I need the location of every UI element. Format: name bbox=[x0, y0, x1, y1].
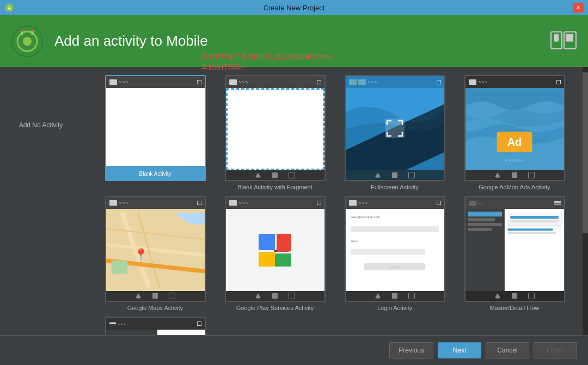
detail-card bbox=[507, 213, 561, 225]
phone-body-admob: Ad ∿∿∿∿∿∿ bbox=[465, 88, 564, 170]
activity-card-fullscreen[interactable]: ∿∿∿ bbox=[345, 75, 445, 181]
ad-badge: Ad bbox=[497, 132, 532, 152]
status-sq-fs bbox=[349, 79, 357, 85]
login-btn-container: ∿∿∿∿∿ bbox=[351, 263, 439, 270]
status-sq-frag bbox=[229, 79, 237, 85]
phone-body-fullscreen bbox=[346, 88, 444, 170]
activity-card-fragment[interactable]: ∿∿∿ bbox=[225, 75, 326, 181]
layout-icon[interactable] bbox=[550, 30, 577, 52]
activity-item-fullscreen[interactable]: ∿∿∿ bbox=[338, 75, 452, 190]
phone-status-bar-md: ∿∿ bbox=[465, 197, 564, 209]
status-sq-maps bbox=[109, 200, 117, 206]
scrollbar-rail[interactable] bbox=[583, 67, 588, 335]
master-pane bbox=[465, 209, 505, 291]
phone-status-bar: ∿∿∿ bbox=[106, 76, 205, 88]
play-activity-name: Google Play Services Activity bbox=[236, 305, 314, 311]
phone-mockup-login: ∿∿∿ user@example.com •••••• ∿∿∿∿∿ bbox=[346, 197, 444, 301]
expand-icon bbox=[385, 119, 405, 140]
status-sq-login bbox=[349, 200, 357, 206]
activity-card-blank[interactable]: ∿∿∿ Blank Activity bbox=[105, 75, 206, 181]
phone-status-bar-play: ∿∿∿ bbox=[226, 197, 324, 209]
status-sq-admob bbox=[469, 79, 476, 85]
layout-toggle-icon bbox=[550, 30, 577, 50]
activity-grid-area[interactable]: ∿∿∿ Blank Activity bbox=[98, 67, 583, 335]
nav-home-frag bbox=[272, 172, 278, 178]
phone-body-maps: 📍 bbox=[106, 209, 205, 291]
close-button[interactable]: × bbox=[573, 3, 584, 13]
finish-button[interactable]: Finish bbox=[534, 342, 577, 358]
phone-body-play bbox=[226, 209, 324, 291]
activity-item-navdrawer[interactable]: ∿∿∿ bbox=[98, 317, 212, 335]
nav-rec-md bbox=[528, 293, 535, 299]
phone-body-fragment bbox=[226, 88, 324, 170]
status-circle-admob bbox=[556, 80, 561, 84]
phone-status-bar-maps: ∿∿∿ bbox=[106, 197, 205, 209]
play-logo-svg bbox=[256, 231, 294, 269]
phone-status-bar-nd: ∿∿∿ bbox=[106, 318, 205, 330]
phone-nav-md bbox=[465, 291, 564, 301]
hamburger-nd bbox=[109, 321, 116, 326]
master-squiggle-1 bbox=[468, 218, 495, 221]
svg-point-7 bbox=[21, 29, 23, 32]
activity-card-masterdetail[interactable]: ∿∿ bbox=[464, 196, 565, 302]
nav-home-maps bbox=[152, 293, 158, 299]
master-item-1 bbox=[468, 212, 502, 216]
phone-mockup-masterdetail: ∿∿ bbox=[465, 197, 564, 301]
left-sidebar: Add No Activity bbox=[0, 67, 98, 335]
login-activity-name: Login Activity bbox=[377, 305, 412, 311]
admob-squiggly: ∿∿∿∿∿∿ bbox=[497, 154, 532, 164]
title-bar-left: A bbox=[4, 3, 14, 13]
activity-card-maps[interactable]: ∿∿∿ bbox=[105, 196, 206, 302]
status-menu-maps bbox=[197, 201, 201, 205]
login-btn-bar: ∿∿∿∿∿ bbox=[364, 263, 426, 270]
nav-home-md bbox=[512, 293, 517, 299]
header-bar: Add an activity to Mobile bbox=[0, 15, 588, 67]
title-bar: A Create New Project × bbox=[0, 0, 588, 15]
window-title: Create New Project bbox=[264, 4, 325, 12]
activity-card-admob[interactable]: ∿∿∿ bbox=[464, 75, 565, 181]
next-button[interactable]: Next bbox=[438, 342, 481, 358]
hamburger-md bbox=[554, 201, 561, 205]
activity-item-masterdetail[interactable]: ∿∿ bbox=[457, 196, 572, 311]
phone-mockup-play: ∿∿∿ bbox=[226, 197, 324, 301]
nav-drawer-panel bbox=[106, 330, 161, 335]
svg-rect-10 bbox=[554, 34, 559, 41]
nav-home-login bbox=[392, 293, 397, 299]
nav-main-content bbox=[157, 330, 205, 335]
nav-back-fs bbox=[375, 172, 381, 178]
cancel-button[interactable]: Cancel bbox=[486, 342, 529, 358]
detail-squiggle-blue bbox=[510, 216, 559, 219]
activity-item-play[interactable]: ∿∿∿ bbox=[218, 196, 332, 311]
phone-mockup-blank: ∿∿∿ bbox=[106, 76, 205, 180]
bottom-bar: Previous Next Cancel Finish bbox=[0, 335, 588, 365]
phone-nav-maps bbox=[106, 291, 205, 301]
previous-button[interactable]: Previous bbox=[389, 342, 433, 358]
activity-card-play[interactable]: ∿∿∿ bbox=[225, 196, 326, 302]
activity-item-maps[interactable]: ∿∿∿ bbox=[98, 196, 212, 311]
map-pin-icon: 📍 bbox=[133, 248, 148, 262]
nav-rec-login bbox=[408, 293, 415, 299]
phone-body-nd bbox=[106, 330, 205, 335]
activity-card-login[interactable]: ∿∿∿ user@example.com •••••• ∿∿∿∿∿ bbox=[345, 196, 445, 302]
svg-rect-21 bbox=[111, 261, 127, 274]
phone-nav-frag bbox=[226, 170, 324, 180]
phone-body-login: user@example.com •••••• ∿∿∿∿∿ bbox=[346, 209, 444, 291]
map-svg bbox=[106, 209, 205, 291]
activity-item-fragment[interactable]: ∿∿∿ Blank Activity with Fragment bbox=[218, 75, 332, 190]
blank-activity-name-label: Blank Activity bbox=[139, 171, 171, 177]
activity-item-login[interactable]: ∿∿∿ user@example.com •••••• ∿∿∿∿∿ bbox=[338, 196, 452, 311]
nav-back-md bbox=[494, 293, 501, 299]
password-field-bar bbox=[351, 249, 426, 255]
detail-gray-2 bbox=[507, 232, 556, 234]
detail-blue-2 bbox=[507, 228, 553, 231]
admob-activity-name: Google AdMob Ads Activity bbox=[479, 184, 550, 190]
main-content: Add No Activity ∿∿∿ bbox=[0, 67, 588, 335]
phone-mockup-fragment: ∿∿∿ bbox=[226, 76, 324, 180]
activity-card-navdrawer[interactable]: ∿∿∿ bbox=[105, 317, 206, 335]
activity-item-admob[interactable]: ∿∿∿ bbox=[457, 75, 572, 190]
phone-status-bar-login: ∿∿∿ bbox=[346, 197, 444, 209]
activity-item-blank[interactable]: ∿∿∿ Blank Activity bbox=[98, 75, 212, 190]
status-sq-play bbox=[229, 200, 237, 206]
scrollbar-thumb[interactable] bbox=[583, 72, 588, 233]
nav-back-login bbox=[375, 293, 381, 299]
